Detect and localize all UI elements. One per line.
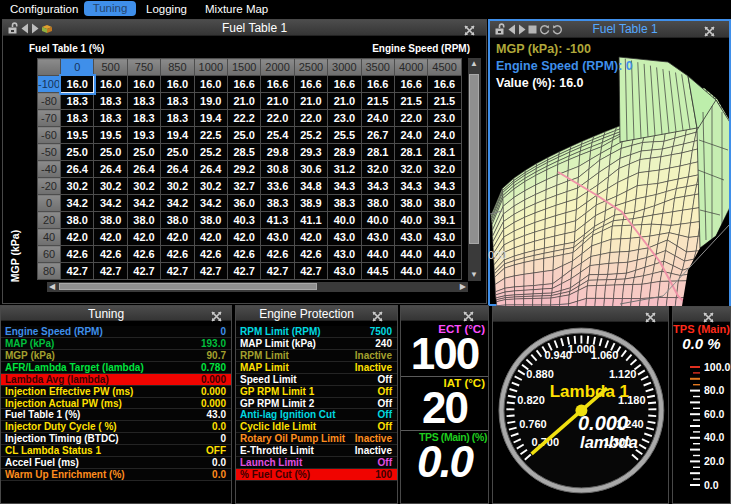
svg-text:20.0: 20.0 [704, 455, 725, 467]
svg-text:0.000: 0.000 [578, 412, 628, 434]
svg-text:0.0: 0.0 [704, 479, 719, 491]
svg-text:0.820: 0.820 [517, 394, 545, 406]
svg-text:1.120: 1.120 [609, 368, 637, 380]
svg-text:60.0: 60.0 [704, 408, 725, 420]
svg-text:1.060: 1.060 [591, 349, 619, 361]
svg-text:lambda: lambda [580, 433, 638, 451]
svg-text:0.880: 0.880 [526, 368, 554, 380]
svg-text:100.0: 100.0 [704, 361, 730, 373]
svg-text:0.760: 0.760 [519, 418, 547, 430]
svg-text:40.0: 40.0 [704, 431, 725, 443]
svg-text:Lambda 1: Lambda 1 [550, 382, 629, 401]
svg-text:80.0: 80.0 [704, 384, 725, 396]
